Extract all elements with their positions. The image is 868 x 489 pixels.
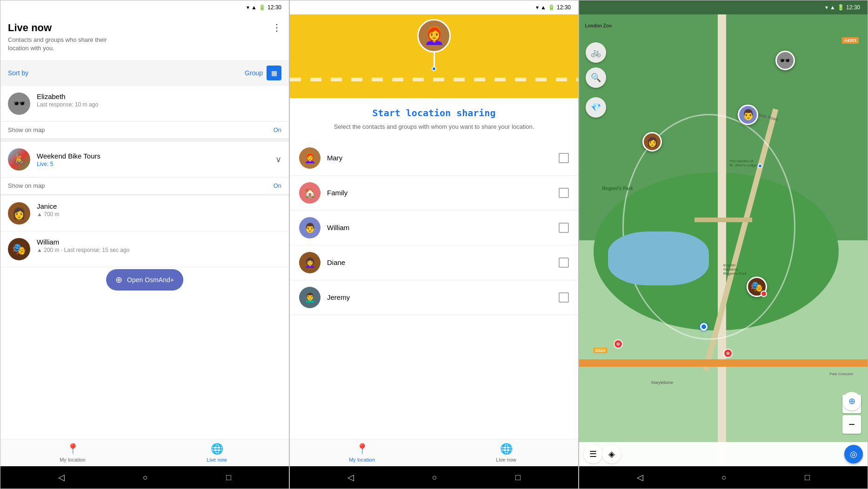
map-content[interactable]: London Zoo A4201 B524 Regent's Park The … — [579, 14, 868, 466]
user-pin: 👩‍🦰 — [417, 19, 451, 71]
osmand-label: Open OsmAnd+ — [127, 276, 174, 284]
group-label[interactable]: Group — [245, 69, 263, 77]
road-label-a4201: A4201 — [842, 37, 859, 44]
home-button-3[interactable]: ○ — [721, 473, 727, 482]
share-title: Start location sharing — [290, 98, 578, 122]
sort-by-label[interactable]: Sort by — [8, 69, 28, 77]
status-bar-1: ▾ ▲ 🔋 12:30 — [0, 0, 289, 14]
back-button-3[interactable]: ◁ — [637, 472, 643, 482]
checkbox-diane[interactable] — [559, 258, 569, 268]
phone2-content: 👩‍🦰 Start location sharing Select the co… — [290, 14, 578, 439]
status-bar-2: ▾ ▲ 🔋 12:30 — [290, 0, 578, 14]
my-location-icon-2: 📍 — [356, 443, 368, 455]
signal-icon: ▲ — [251, 4, 257, 11]
show-on-map-bike-tours[interactable]: Show on map On — [0, 178, 289, 194]
cycling-fab[interactable]: 🚲 — [586, 42, 606, 63]
page-title: Live now — [8, 22, 129, 34]
checkbox-family[interactable] — [559, 188, 569, 198]
contact-sub-william: ▲ 200 m · Last response: 15 sec ago — [37, 247, 281, 253]
avatar-bike-tours: 🚴 — [8, 148, 30, 171]
phone1-content: Live now Contacts and groups who share t… — [0, 14, 289, 439]
wifi-icon-3: ▾ — [825, 4, 828, 11]
user-avatar: 👩‍🦰 — [417, 19, 451, 53]
checkbox-william[interactable] — [559, 223, 569, 233]
menu-button[interactable]: ☰ — [584, 445, 602, 463]
bottom-nav-1: 📍 My location 🌐 Live now — [0, 439, 289, 466]
nav2-my-location[interactable]: 📍 My location — [290, 443, 434, 463]
contact-info-janice: Janice ▲ 700 m — [37, 202, 281, 218]
contact-row-family[interactable]: 🏠 Family — [290, 176, 578, 211]
nav-live-now-label: Live now — [207, 457, 227, 463]
battery-icon-2: 🔋 — [548, 4, 555, 11]
wifi-icon-2: ▾ — [536, 4, 539, 11]
nav2-live-now-label: Live now — [496, 457, 516, 463]
phone1-screen: ▾ ▲ 🔋 12:30 Live now Contacts and groups… — [0, 0, 289, 489]
name-diane: Diane — [327, 258, 552, 266]
show-map-label-elizabeth: Show on map — [8, 126, 45, 133]
show-on-map-elizabeth[interactable]: Show on map On — [0, 122, 289, 138]
group-item-bike-tours[interactable]: 🚴 Weekend Bike Tours Live: 5 ∨ — [0, 142, 289, 178]
nav2-live-now[interactable]: 🌐 Live now — [434, 443, 578, 463]
contact-row-william[interactable]: 👨 William — [290, 211, 578, 245]
nav2-my-location-label: My location — [349, 457, 375, 463]
contact-item-elizabeth[interactable]: 🕶️ Elizabeth Last response: 10 m ago — [0, 86, 289, 122]
sort-bar: Sort by Group ▦ — [0, 60, 289, 86]
regents-park-label: Regent's Park — [602, 186, 633, 191]
garden-label: The Garden ofSt. John's Lodge — [729, 159, 756, 167]
open-osmand-button[interactable]: ⊕ Open OsmAnd+ — [106, 269, 183, 291]
map-pin-person1[interactable]: 🕶️ — [775, 51, 795, 70]
home-bar-1: ◁ ○ □ — [0, 466, 289, 489]
nav-live-now[interactable]: 🌐 Live now — [145, 443, 289, 463]
phone1-header: Live now Contacts and groups who share t… — [0, 14, 289, 56]
zoom-out-button[interactable]: − — [842, 415, 861, 434]
recents-button[interactable]: □ — [226, 473, 231, 482]
sort-right: Group ▦ — [245, 66, 281, 80]
home-button-2[interactable]: ○ — [432, 473, 437, 482]
orange-road — [579, 359, 868, 367]
contact-row-mary[interactable]: 👩‍🦰 Mary — [290, 141, 578, 176]
more-menu-icon[interactable]: ⋮ — [272, 22, 281, 33]
pin-tail — [434, 53, 435, 66]
contact-row-diane[interactable]: 👩‍🦱 Diane — [290, 245, 578, 280]
home-button[interactable]: ○ — [143, 473, 148, 482]
contact-row-jeremy[interactable]: 👨‍🦱 Jeremy — [290, 280, 578, 315]
my-location-icon: 📍 — [67, 443, 79, 455]
contact-item-janice[interactable]: 👩 Janice ▲ 700 m — [0, 196, 289, 231]
avatar-elizabeth: 🕶️ — [8, 93, 30, 115]
back-button-2[interactable]: ◁ — [347, 472, 354, 482]
recents-button-2[interactable]: □ — [515, 473, 521, 482]
signal-icon-2: ▲ — [541, 4, 546, 11]
map-pin-person2[interactable]: 👩 — [642, 132, 662, 152]
back-button[interactable]: ◁ — [58, 472, 65, 482]
marylebone-label: Marylebone — [651, 380, 673, 385]
nav-my-location[interactable]: 📍 My location — [0, 443, 145, 463]
name-family: Family — [327, 189, 552, 197]
group-name-bike-tours: Weekend Bike Tours — [37, 152, 269, 160]
search-fab[interactable]: 🔍 — [586, 67, 606, 88]
map-status-bike-tours: On — [274, 182, 281, 189]
nav-my-location-label: My location — [60, 457, 86, 463]
contact-name-elizabeth: Elizabeth — [37, 93, 281, 100]
avatar-diane: 👩‍🦱 — [299, 252, 320, 273]
gps-location-button[interactable]: ◎ — [844, 445, 863, 463]
recents-button-3[interactable]: □ — [805, 473, 810, 482]
avatar-william-2: 👨 — [299, 217, 320, 238]
name-william: William — [327, 224, 552, 231]
contact-item-william[interactable]: 🎭 William ▲ 200 m · Last response: 15 se… — [0, 231, 289, 267]
road-label-b524: B524 — [594, 348, 608, 353]
contact-name-janice: Janice — [37, 202, 281, 210]
checkbox-mary[interactable] — [559, 153, 569, 163]
chevron-down-icon[interactable]: ∨ — [275, 154, 281, 165]
group-live-bike-tours: Live: 5 — [37, 161, 269, 167]
avatar-mary: 👩‍🦰 — [299, 147, 320, 169]
pin-dot — [432, 66, 436, 71]
checkbox-jeremy[interactable] — [559, 292, 569, 303]
phone3-screen: ▾ ▲ 🔋 12:30 — [579, 0, 868, 489]
name-jeremy: Jeremy — [327, 293, 552, 301]
my-location-button[interactable]: ⊕ — [842, 392, 861, 410]
show-map-label-bike-tours: Show on map — [8, 182, 45, 189]
time-display: 12:30 — [267, 4, 281, 11]
navigation-fab[interactable]: 💎 — [586, 97, 606, 118]
directions-button[interactable]: ◈ — [602, 445, 621, 463]
group-icon[interactable]: ▦ — [267, 66, 281, 80]
